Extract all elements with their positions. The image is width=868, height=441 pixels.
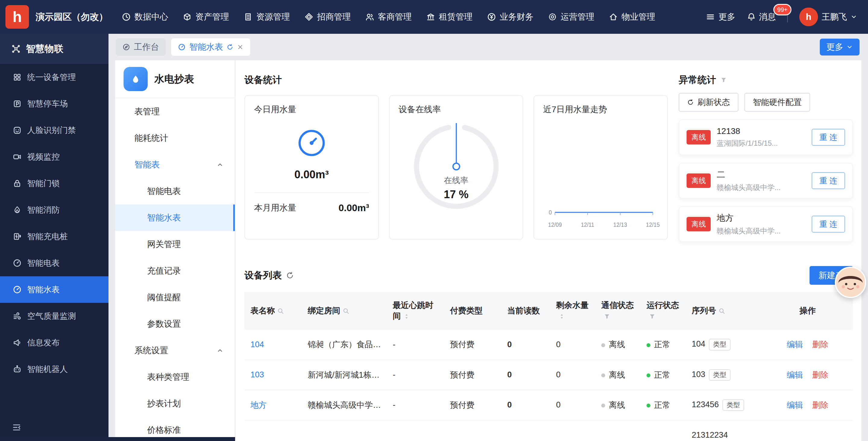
close-tab-icon[interactable] xyxy=(237,44,244,50)
sidebar-item-water-meter[interactable]: 智能水表 xyxy=(0,276,108,303)
col-remaining-water[interactable]: 剩余水量 xyxy=(550,292,595,330)
col-comm-status[interactable]: 通信状态 xyxy=(595,292,641,330)
device-name: 二 xyxy=(717,169,806,180)
nav-item-data-center[interactable]: 数据中心 xyxy=(122,11,168,23)
delete-link[interactable]: 删除 xyxy=(812,340,829,349)
heartbeat-cell: - xyxy=(387,390,444,420)
subnav-threshold-alerts[interactable]: 阈值提醒 xyxy=(115,284,235,311)
nav-item-finance[interactable]: 业务财务 xyxy=(487,11,533,23)
filter-icon[interactable] xyxy=(649,313,655,320)
meter-icon xyxy=(13,285,22,294)
edit-link[interactable]: 编辑 xyxy=(787,401,803,410)
topbar: h 演示园区（勿改） 数据中心 资产管理 资源管理 招商管理 客商管理 租赁管理… xyxy=(0,0,868,34)
nav-item-resource[interactable]: 资源管理 xyxy=(244,11,290,23)
user-menu[interactable]: h 王鹏飞 xyxy=(799,7,857,26)
subnav-gateway-management[interactable]: 网关管理 xyxy=(115,231,235,258)
type-tag: 类型 xyxy=(709,369,731,381)
device-name: 地方 xyxy=(717,212,806,224)
sidebar-item-face-access[interactable]: 人脸识别门禁 xyxy=(0,117,108,144)
sidebar-item-electric-meter[interactable]: 智能电表 xyxy=(0,250,108,276)
table-row[interactable]: 104 锦昶（广东）食品科... - 预付费 0 0 离线 正常 104类型 编… xyxy=(244,330,853,360)
sidebar-item-smart-parking[interactable]: 智慧停车场 xyxy=(0,90,108,117)
col-run-status[interactable]: 运行状态 xyxy=(641,292,686,330)
subnav-meter-type-management[interactable]: 表种类管理 xyxy=(115,364,235,390)
subnav-group-system-settings[interactable]: 系统设置 xyxy=(115,337,235,364)
hardware-config-button[interactable]: 智能硬件配置 xyxy=(744,93,810,112)
refresh-tab-icon[interactable] xyxy=(227,44,233,50)
tabs-more-button[interactable]: 更多 xyxy=(820,39,860,56)
nav-item-lease[interactable]: 租赁管理 xyxy=(426,11,472,23)
actions-cell: 编辑删除 xyxy=(761,360,853,390)
run-status-label: 正常 xyxy=(654,401,670,410)
subnav-energy-statistics[interactable]: 能耗统计 xyxy=(115,125,235,151)
sort-icon[interactable] xyxy=(558,313,565,320)
col-serial[interactable]: 序列号 xyxy=(686,292,761,330)
pay-type-cell: 预付费 xyxy=(444,390,501,420)
filter-icon[interactable] xyxy=(720,77,727,83)
nav-item-merchant[interactable]: 客商管理 xyxy=(365,11,412,23)
assistant-avatar[interactable] xyxy=(835,267,866,298)
reconnect-button[interactable]: 重 连 xyxy=(812,129,845,146)
col-bound-room[interactable]: 绑定房间 xyxy=(302,292,387,330)
table-row[interactable]: 103 新河城/新河城1栋3... - 预付费 0 0 离线 正常 103类型 … xyxy=(244,360,853,390)
sidebar-item-video-monitor[interactable]: 视频监控 xyxy=(0,144,108,170)
sidebar-item-info-publish[interactable]: 信息发布 xyxy=(0,329,108,356)
subnav-recharge-records[interactable]: 充值记录 xyxy=(115,258,235,284)
topbar-right: 更多 消息 99+ h 王鹏飞 xyxy=(706,7,857,26)
table-row[interactable]: 地方 赣榆城头高级中学/福... - 预付费 0 0 离线 正常 123456类… xyxy=(244,390,853,420)
sidebar-item-label: 空气质量监测 xyxy=(27,311,76,322)
reconnect-button[interactable]: 重 连 xyxy=(812,172,845,189)
delete-link[interactable]: 删除 xyxy=(812,371,829,379)
collapse-sidebar-button[interactable] xyxy=(12,423,21,433)
sidebar-item-charging-pile[interactable]: 智能充电桩 xyxy=(0,223,108,250)
table-header-row: 表名称 绑定房间 最近心跳时间 付费类型 当前读数 剩余水量 通信状态 运行状态… xyxy=(244,292,853,330)
room-cell: 赣榆城头高级中学/福... xyxy=(302,390,387,420)
subnav-meter-management[interactable]: 表管理 xyxy=(115,98,235,125)
subnav-label: 充值记录 xyxy=(147,265,181,276)
actions-cell: 编辑删除 xyxy=(761,390,853,420)
tab-workbench[interactable]: 工作台 xyxy=(116,38,166,56)
sidebar-item-robot[interactable]: 智能机器人 xyxy=(0,356,108,382)
tab-smart-water-meter[interactable]: 智能水表 xyxy=(171,38,250,56)
nav-item-property[interactable]: 物业管理 xyxy=(609,11,655,23)
sort-icon[interactable] xyxy=(403,313,410,320)
filter-icon[interactable] xyxy=(604,313,610,320)
sidebar-item-device-management[interactable]: 统一设备管理 xyxy=(0,64,108,90)
col-meter-name[interactable]: 表名称 xyxy=(244,292,302,330)
messages-button[interactable]: 消息 99+ xyxy=(747,11,776,23)
room-cell: 锦昶（广东）食品科... xyxy=(302,330,387,360)
sidebar-item-smart-lock[interactable]: 智能门锁 xyxy=(0,170,108,197)
nav-item-investment[interactable]: 招商管理 xyxy=(304,11,351,23)
nav-more-button[interactable]: 更多 xyxy=(706,11,735,23)
menu-icon xyxy=(706,12,715,22)
park-name[interactable]: 演示园区（勿改） xyxy=(36,11,108,23)
subnav-group-smart-meter[interactable]: 智能表 xyxy=(115,151,235,178)
sidebar-title[interactable]: 智慧物联 xyxy=(0,34,108,64)
sidebar-item-fire-safety[interactable]: 智能消防 xyxy=(0,197,108,223)
app-logo[interactable]: h xyxy=(5,5,29,29)
serial-cell: 104类型 xyxy=(686,330,761,360)
top-nav: 数据中心 资产管理 资源管理 招商管理 客商管理 租赁管理 业务财务 运营管理 … xyxy=(122,11,655,23)
search-icon[interactable] xyxy=(277,308,284,314)
subnav-smart-water-meter[interactable]: 智能水表 xyxy=(115,205,235,231)
meter-name-link[interactable]: 104 xyxy=(250,340,264,349)
delete-link[interactable]: 删除 xyxy=(812,401,829,410)
meter-name-link[interactable]: 地方 xyxy=(250,401,267,410)
search-icon[interactable] xyxy=(718,308,725,314)
refresh-status-button[interactable]: 刷新状态 xyxy=(679,93,738,112)
reconnect-button[interactable]: 重 连 xyxy=(812,216,845,233)
edit-link[interactable]: 编辑 xyxy=(787,340,803,349)
home-icon xyxy=(609,12,618,22)
nav-item-operation[interactable]: 运营管理 xyxy=(548,11,594,23)
sidebar-item-air-quality[interactable]: 空气质量监测 xyxy=(0,303,108,329)
subnav-smart-electric-meter[interactable]: 智能电表 xyxy=(115,178,235,205)
meter-name-link[interactable]: 103 xyxy=(250,370,264,379)
subnav-parameter-settings[interactable]: 参数设置 xyxy=(115,311,235,337)
nav-item-asset[interactable]: 资产管理 xyxy=(183,11,229,23)
search-icon[interactable] xyxy=(343,308,349,314)
refresh-list-icon[interactable] xyxy=(286,271,294,279)
table-row[interactable]: 21312234 xyxy=(244,420,853,441)
col-last-heartbeat[interactable]: 最近心跳时间 xyxy=(387,292,444,330)
subnav-reading-plan[interactable]: 抄表计划 xyxy=(115,390,235,417)
edit-link[interactable]: 编辑 xyxy=(787,371,803,379)
